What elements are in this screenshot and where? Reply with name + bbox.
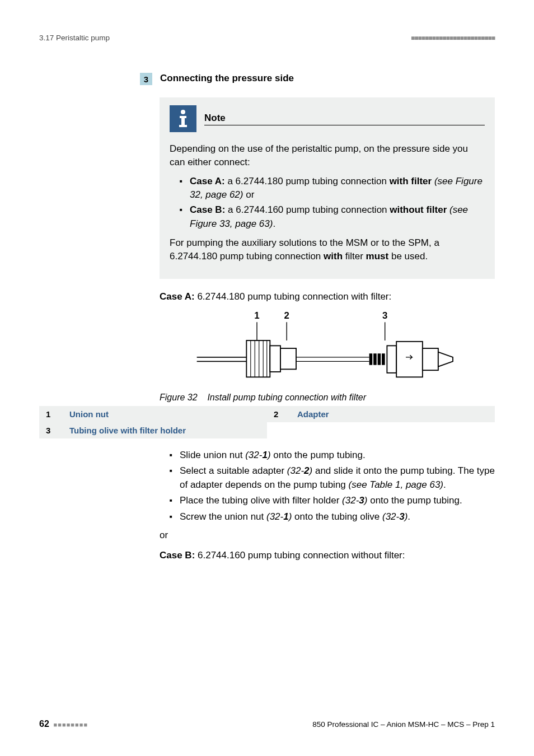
legend-item-2: 2 Adapter — [267, 406, 495, 422]
step-number-badge: 3 — [140, 73, 152, 85]
instruction-3: Place the tubing olive with filter holde… — [170, 494, 495, 508]
note-case-b: Case B: a 6.2744.160 pump tubing connect… — [180, 203, 485, 231]
svg-text:2: 2 — [284, 310, 289, 320]
footer-ornament: ■ ■ ■ ■ ■ ■ ■ ■ — [54, 721, 87, 728]
page-header: 3.17 Peristaltic pump ■■■■■■■■■■■■■■■■■■… — [39, 34, 495, 42]
info-icon — [170, 105, 196, 132]
instruction-4: Screw the union nut (32-1) onto the tubi… — [170, 510, 495, 524]
page-footer: 62 ■ ■ ■ ■ ■ ■ ■ ■ 850 Professional IC –… — [39, 719, 495, 729]
page-number: 62 — [39, 719, 49, 729]
svg-point-0 — [181, 110, 185, 114]
case-b-heading: Case B: 6.2744.160 pump tubing connectio… — [160, 549, 495, 562]
svg-rect-24 — [422, 348, 438, 370]
svg-rect-19 — [280, 348, 296, 369]
note-outro: For pumping the auxiliary solutions to t… — [170, 236, 485, 263]
note-label: Note — [204, 113, 485, 125]
note-callout: Note Depending on the use of the perista… — [160, 97, 495, 279]
svg-rect-18 — [270, 346, 280, 372]
step-heading: 3 Connecting the pressure side — [140, 73, 495, 85]
svg-text:1: 1 — [254, 310, 259, 320]
figure-legend: 1 Union nut 2 Adapter 3 Tubing olive wit… — [39, 406, 495, 438]
header-ornament: ■■■■■■■■■■■■■■■■■■■■■■■■ — [411, 34, 495, 42]
svg-rect-23 — [396, 341, 423, 376]
instruction-list: Slide union nut (32-1) onto the pump tub… — [160, 449, 495, 524]
legend-item-1: 1 Union nut — [39, 406, 267, 422]
svg-rect-22 — [387, 346, 396, 373]
svg-rect-12 — [246, 340, 270, 377]
section-label: 3.17 Peristaltic pump — [39, 34, 110, 42]
case-a-heading: Case A: 6.2744.180 pump tubing connectio… — [160, 290, 495, 304]
or-separator: or — [160, 530, 495, 541]
note-intro: Depending on the use of the peristaltic … — [170, 142, 485, 169]
instruction-2: Select a suitable adapter (32-2) and sli… — [170, 464, 495, 492]
figure-32-diagram: 1 2 3 — [160, 309, 495, 390]
figure-caption: Figure 32 Install pump tubing connection… — [160, 393, 495, 403]
svg-text:3: 3 — [382, 310, 387, 320]
note-case-a: Case A: a 6.2744.180 pump tubing connect… — [180, 175, 485, 202]
step-title: Connecting the pressure side — [160, 73, 294, 85]
svg-rect-2 — [181, 116, 185, 126]
svg-rect-3 — [179, 125, 187, 127]
legend-item-3: 3 Tubing olive with filter holder — [39, 422, 267, 438]
instruction-1: Slide union nut (32-1) onto the pump tub… — [170, 449, 495, 463]
product-name: 850 Professional IC – Anion MSM-HC – MCS… — [312, 720, 495, 729]
